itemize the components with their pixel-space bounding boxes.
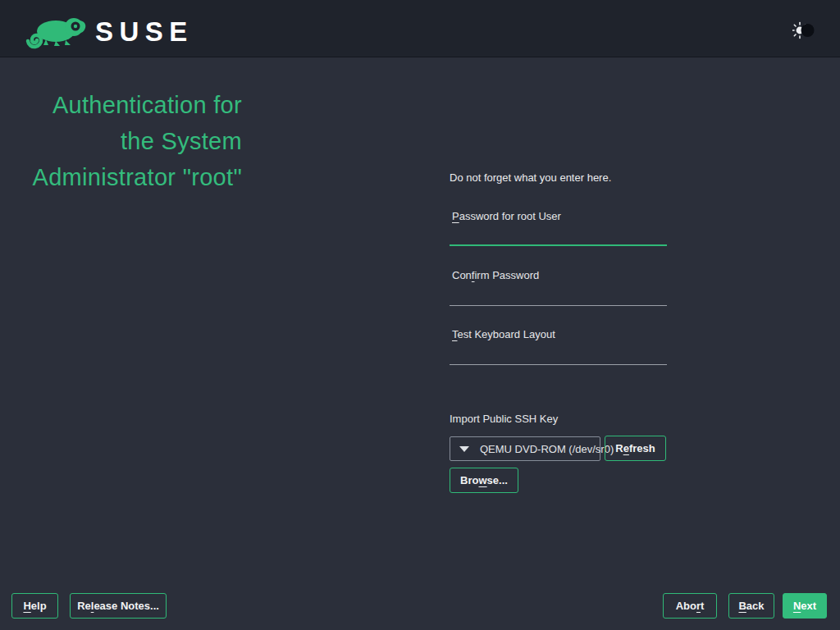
confirm-password-label: Confirm Password [452,269,539,281]
next-button[interactable]: Next [783,593,827,619]
top-bar: SUSE [0,0,840,57]
help-button[interactable]: Help [11,593,58,619]
import-ssh-key-label: Import Public SSH Key [450,413,558,425]
theme-toggle-sun-moon-icon[interactable] [792,20,815,41]
back-button[interactable]: Back [728,593,774,619]
release-notes-button[interactable]: Release Notes... [70,593,167,619]
page-title-line: Authentication for [11,87,242,123]
test-keyboard-label: Test Keyboard Layout [452,328,555,340]
chameleon-icon [28,18,85,47]
page-title-line: the System [11,123,242,159]
test-keyboard-input[interactable] [450,342,667,365]
password-input[interactable] [450,223,667,246]
chevron-down-icon [459,446,469,452]
confirm-password-input[interactable] [450,283,667,306]
refresh-button[interactable]: Refresh [605,436,666,461]
page-title: Authentication for the System Administra… [11,87,242,195]
browse-button[interactable]: Browse... [450,468,518,493]
ssh-key-source-select[interactable]: QEMU DVD-ROM (/dev/sr0) [450,436,600,461]
suse-wordmark: SUSE [95,16,187,47]
password-label: Password for root User [452,210,561,222]
password-hint-text: Do not forget what you enter here. [450,171,611,184]
ssh-key-source-value: QEMU DVD-ROM (/dev/sr0) [480,443,614,455]
abort-button[interactable]: Abort [663,593,717,619]
page-title-line: Administrator "root" [11,159,242,195]
suse-logo: SUSE [23,10,187,49]
